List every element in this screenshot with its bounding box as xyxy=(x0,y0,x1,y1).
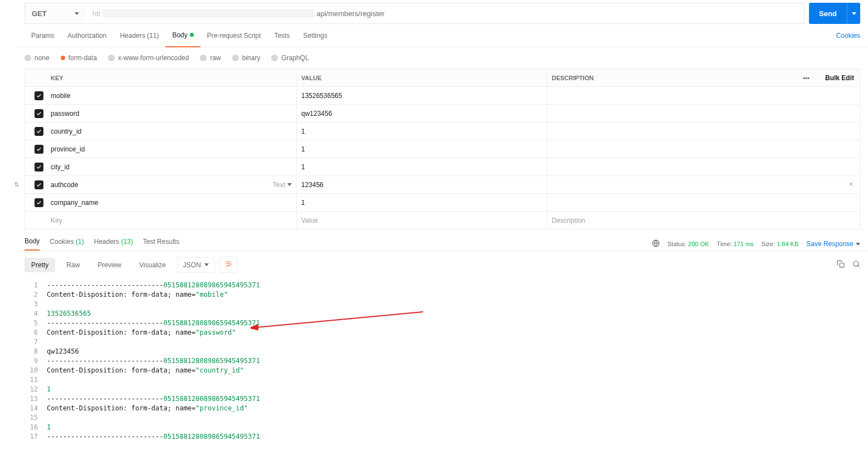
delete-row-button[interactable] xyxy=(848,181,854,189)
cookies-link[interactable]: Cookies xyxy=(836,32,860,40)
method-select[interactable]: GET xyxy=(24,3,86,24)
tab-headers[interactable]: Headers (11) xyxy=(113,24,165,47)
param-row[interactable]: mobile13526536565 xyxy=(25,87,860,105)
tab-params[interactable]: Params xyxy=(24,24,61,47)
request-tabs: Params Authorization Headers (11) Body P… xyxy=(17,24,868,47)
param-row[interactable]: province_id1 xyxy=(25,140,860,158)
radio-none[interactable]: none xyxy=(24,54,50,62)
checkbox[interactable] xyxy=(35,127,43,136)
resp-format-select[interactable]: JSON xyxy=(177,257,215,273)
param-row[interactable]: country_id1 xyxy=(25,123,860,140)
param-value[interactable]: 13526536565 xyxy=(297,87,547,104)
new-value-input[interactable]: Value xyxy=(297,212,547,229)
chevron-down-icon xyxy=(287,183,292,186)
param-desc[interactable] xyxy=(547,140,860,158)
param-key[interactable]: country_id xyxy=(46,123,297,140)
param-key[interactable]: city_id xyxy=(46,158,297,175)
param-key[interactable]: mobile xyxy=(46,87,297,104)
save-response-button[interactable]: Save Response xyxy=(806,240,860,248)
head-key: KEY xyxy=(46,69,297,86)
param-desc[interactable] xyxy=(547,105,860,122)
send-button-group: Send xyxy=(809,3,860,24)
code-line: 3 xyxy=(24,300,860,309)
send-chevron-button[interactable] xyxy=(847,3,860,24)
radio-icon xyxy=(24,55,31,61)
chevron-down-icon xyxy=(856,243,860,246)
radio-icon xyxy=(200,55,207,61)
checkbox[interactable] xyxy=(35,198,43,207)
param-key[interactable]: password xyxy=(46,105,297,122)
new-key-input[interactable]: Key xyxy=(46,212,297,229)
svg-line-8 xyxy=(858,266,860,267)
rtab-body[interactable]: Body xyxy=(24,237,40,251)
radio-binary[interactable]: binary xyxy=(232,54,261,62)
radio-icon xyxy=(232,55,239,61)
chevron-down-icon xyxy=(852,12,856,15)
search-button[interactable] xyxy=(852,260,860,270)
drag-handle-icon[interactable]: ⇅ xyxy=(14,181,19,188)
bulk-edit-button[interactable]: Bulk Edit xyxy=(820,74,860,82)
param-desc[interactable] xyxy=(547,194,860,211)
param-desc[interactable] xyxy=(547,158,860,175)
copy-button[interactable] xyxy=(837,260,845,270)
code-line: 15 xyxy=(24,413,860,423)
param-value[interactable]: 1 xyxy=(297,123,547,140)
radio-icon xyxy=(108,55,115,61)
param-key[interactable]: company_name xyxy=(46,194,297,211)
radio-formdata[interactable]: form-data xyxy=(61,54,97,62)
param-key[interactable]: authcodeText xyxy=(46,176,297,193)
rtab-test-results[interactable]: Test Results xyxy=(143,238,179,250)
wrap-lines-button[interactable] xyxy=(219,257,237,273)
checkbox[interactable] xyxy=(35,180,43,189)
tab-authorization[interactable]: Authorization xyxy=(61,24,113,47)
param-desc[interactable] xyxy=(547,176,860,193)
radio-xwww[interactable]: x-www-form-urlencoded xyxy=(108,54,189,62)
resp-raw-button[interactable]: Raw xyxy=(60,258,86,272)
radio-raw[interactable]: raw xyxy=(200,54,220,62)
url-input[interactable]: htt api/members/register xyxy=(86,3,805,24)
param-value[interactable]: 1 xyxy=(297,194,547,211)
checkbox[interactable] xyxy=(35,91,43,100)
param-value[interactable]: 1 xyxy=(297,140,547,158)
body-type-radios: none form-data x-www-form-urlencoded raw… xyxy=(17,47,868,68)
checkbox[interactable] xyxy=(35,109,43,118)
table-options-button[interactable]: ••• xyxy=(793,75,820,81)
param-desc[interactable] xyxy=(547,123,860,140)
resp-preview-button[interactable]: Preview xyxy=(91,258,128,272)
radio-graphql[interactable]: GraphQL xyxy=(271,54,308,62)
code-line: 14Content-Disposition: form-data; name="… xyxy=(24,404,860,413)
checkbox[interactable] xyxy=(35,163,43,172)
globe-icon[interactable] xyxy=(652,239,660,248)
param-key[interactable]: province_id xyxy=(46,140,297,158)
tab-tests[interactable]: Tests xyxy=(268,24,297,47)
param-desc[interactable] xyxy=(547,87,860,104)
tab-settings[interactable]: Settings xyxy=(297,24,334,47)
checkbox[interactable] xyxy=(35,145,43,154)
tab-body[interactable]: Body xyxy=(165,24,200,47)
unsaved-dot-icon xyxy=(190,33,194,37)
type-select[interactable]: Text xyxy=(273,181,292,189)
code-line: 1-----------------------------0515881280… xyxy=(24,281,860,290)
response-toolbar: Pretty Raw Preview Visualize JSON xyxy=(17,251,868,278)
rtab-headers[interactable]: Headers (13) xyxy=(94,238,133,250)
param-value[interactable]: 123456 xyxy=(297,176,547,193)
code-line: 10Content-Disposition: form-data; name="… xyxy=(24,366,860,375)
response-status: Status: 200 OK Time: 171 ms Size: 1.84 K… xyxy=(652,239,860,248)
param-row[interactable]: company_name1 xyxy=(25,194,860,212)
param-row[interactable]: city_id1 xyxy=(25,158,860,176)
tab-prerequest[interactable]: Pre-request Script xyxy=(200,24,268,47)
param-row-new[interactable]: Key Value Description xyxy=(25,212,860,229)
rtab-cookies[interactable]: Cookies (1) xyxy=(50,238,84,250)
resp-pretty-button[interactable]: Pretty xyxy=(24,258,55,272)
param-row[interactable]: ⇅authcodeText 123456 xyxy=(25,176,860,194)
code-line: 2Content-Disposition: form-data; name="m… xyxy=(24,290,860,300)
param-value[interactable]: 1 xyxy=(297,158,547,175)
param-value[interactable]: qw123456 xyxy=(297,105,547,122)
new-desc-input[interactable]: Description xyxy=(547,212,860,229)
request-bar: GET htt api/members/register Send xyxy=(24,3,860,24)
send-button[interactable]: Send xyxy=(809,3,847,24)
svg-point-7 xyxy=(854,261,859,266)
resp-visualize-button[interactable]: Visualize xyxy=(133,258,173,272)
response-body[interactable]: 1-----------------------------0515881280… xyxy=(17,278,868,444)
param-row[interactable]: passwordqw123456 xyxy=(25,105,860,123)
